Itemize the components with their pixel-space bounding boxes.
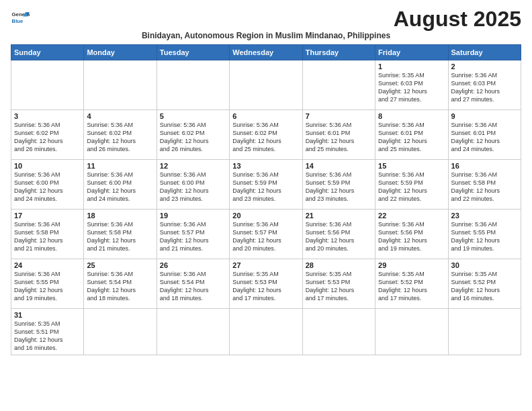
calendar-cell: 4Sunrise: 5:36 AM Sunset: 6:02 PM Daylig…: [84, 110, 157, 160]
day-number: 29: [378, 261, 445, 269]
calendar-cell: [84, 309, 157, 355]
day-info: Sunrise: 5:36 AM Sunset: 5:54 PM Dayligh…: [87, 270, 153, 303]
calendar-week-6: 31Sunrise: 5:35 AM Sunset: 5:51 PM Dayli…: [11, 309, 521, 355]
logo-icon: General Blue: [11, 8, 30, 27]
day-number: 6: [232, 112, 299, 120]
calendar-cell: [448, 309, 521, 355]
calendar-cell: [230, 60, 302, 110]
day-info: Sunrise: 5:36 AM Sunset: 6:02 PM Dayligh…: [160, 121, 226, 154]
calendar-cell: 13Sunrise: 5:36 AM Sunset: 5:59 PM Dayli…: [230, 160, 302, 210]
calendar-week-2: 3Sunrise: 5:36 AM Sunset: 6:02 PM Daylig…: [11, 110, 521, 160]
day-info: Sunrise: 5:36 AM Sunset: 5:58 PM Dayligh…: [14, 220, 81, 253]
day-info: Sunrise: 5:35 AM Sunset: 5:51 PM Dayligh…: [14, 320, 81, 353]
calendar-cell: 15Sunrise: 5:36 AM Sunset: 5:59 PM Dayli…: [375, 160, 448, 210]
calendar-cell: 3Sunrise: 5:36 AM Sunset: 6:02 PM Daylig…: [11, 110, 84, 160]
day-info: Sunrise: 5:36 AM Sunset: 5:58 PM Dayligh…: [87, 220, 153, 253]
day-number: 22: [378, 212, 445, 220]
day-info: Sunrise: 5:36 AM Sunset: 6:02 PM Dayligh…: [87, 121, 153, 154]
day-number: 3: [14, 112, 81, 120]
header: General Blue August 2025: [11, 8, 521, 30]
calendar-cell: 7Sunrise: 5:36 AM Sunset: 6:01 PM Daylig…: [302, 110, 375, 160]
calendar-header-thursday: Thursday: [302, 45, 375, 60]
day-info: Sunrise: 5:36 AM Sunset: 6:00 PM Dayligh…: [160, 171, 226, 203]
calendar-cell: 1Sunrise: 5:35 AM Sunset: 6:03 PM Daylig…: [375, 60, 448, 110]
day-info: Sunrise: 5:35 AM Sunset: 6:03 PM Dayligh…: [378, 71, 445, 104]
day-info: Sunrise: 5:35 AM Sunset: 5:52 PM Dayligh…: [451, 270, 518, 303]
day-info: Sunrise: 5:36 AM Sunset: 5:59 PM Dayligh…: [232, 171, 299, 203]
calendar-cell: 14Sunrise: 5:36 AM Sunset: 5:59 PM Dayli…: [302, 160, 375, 210]
calendar-cell: 18Sunrise: 5:36 AM Sunset: 5:58 PM Dayli…: [84, 210, 157, 259]
calendar-cell: 21Sunrise: 5:36 AM Sunset: 5:56 PM Dayli…: [302, 210, 375, 259]
calendar-header-wednesday: Wednesday: [230, 45, 302, 60]
day-info: Sunrise: 5:36 AM Sunset: 6:00 PM Dayligh…: [87, 171, 153, 203]
calendar-cell: [230, 309, 302, 355]
calendar-cell: 10Sunrise: 5:36 AM Sunset: 6:00 PM Dayli…: [11, 160, 84, 210]
day-info: Sunrise: 5:36 AM Sunset: 6:02 PM Dayligh…: [232, 121, 299, 154]
day-number: 23: [451, 212, 518, 220]
day-info: Sunrise: 5:35 AM Sunset: 5:53 PM Dayligh…: [306, 270, 372, 303]
calendar-table: SundayMondayTuesdayWednesdayThursdayFrid…: [11, 44, 521, 355]
day-info: Sunrise: 5:36 AM Sunset: 5:57 PM Dayligh…: [160, 220, 226, 253]
day-info: Sunrise: 5:36 AM Sunset: 5:55 PM Dayligh…: [14, 270, 81, 303]
day-number: 30: [451, 261, 518, 269]
calendar-cell: 27Sunrise: 5:35 AM Sunset: 5:53 PM Dayli…: [230, 259, 302, 309]
calendar-week-1: 1Sunrise: 5:35 AM Sunset: 6:03 PM Daylig…: [11, 60, 521, 110]
day-number: 13: [232, 162, 299, 170]
calendar-cell: [375, 309, 448, 355]
day-number: 18: [87, 212, 153, 220]
day-number: 20: [232, 212, 299, 220]
calendar-cell: 23Sunrise: 5:36 AM Sunset: 5:55 PM Dayli…: [448, 210, 521, 259]
day-number: 5: [160, 112, 226, 120]
day-info: Sunrise: 5:36 AM Sunset: 5:54 PM Dayligh…: [160, 270, 226, 303]
calendar-cell: 30Sunrise: 5:35 AM Sunset: 5:52 PM Dayli…: [448, 259, 521, 309]
calendar-cell: 29Sunrise: 5:35 AM Sunset: 5:52 PM Dayli…: [375, 259, 448, 309]
day-info: Sunrise: 5:36 AM Sunset: 6:02 PM Dayligh…: [14, 121, 81, 154]
calendar-header-tuesday: Tuesday: [157, 45, 229, 60]
day-info: Sunrise: 5:36 AM Sunset: 5:56 PM Dayligh…: [378, 220, 445, 253]
calendar-cell: 26Sunrise: 5:36 AM Sunset: 5:54 PM Dayli…: [157, 259, 229, 309]
calendar-cell: 11Sunrise: 5:36 AM Sunset: 6:00 PM Dayli…: [84, 160, 157, 210]
calendar-cell: 2Sunrise: 5:36 AM Sunset: 6:03 PM Daylig…: [448, 60, 521, 110]
day-number: 17: [14, 212, 81, 220]
day-info: Sunrise: 5:36 AM Sunset: 6:03 PM Dayligh…: [451, 71, 518, 104]
day-number: 28: [306, 261, 372, 269]
day-number: 11: [87, 162, 153, 170]
month-title: August 2025: [394, 8, 521, 30]
calendar-cell: [84, 60, 157, 110]
day-info: Sunrise: 5:35 AM Sunset: 5:52 PM Dayligh…: [378, 270, 445, 303]
day-info: Sunrise: 5:36 AM Sunset: 6:00 PM Dayligh…: [14, 171, 81, 203]
day-info: Sunrise: 5:36 AM Sunset: 5:59 PM Dayligh…: [306, 171, 372, 203]
day-number: 16: [451, 162, 518, 170]
calendar-cell: 28Sunrise: 5:35 AM Sunset: 5:53 PM Dayli…: [302, 259, 375, 309]
page: General Blue August 2025 Binidayan, Auto…: [0, 0, 532, 361]
calendar-header-saturday: Saturday: [448, 45, 521, 60]
calendar-cell: 12Sunrise: 5:36 AM Sunset: 6:00 PM Dayli…: [157, 160, 229, 210]
day-number: 14: [306, 162, 372, 170]
svg-text:Blue: Blue: [12, 18, 24, 24]
day-number: 10: [14, 162, 81, 170]
calendar-cell: [157, 309, 229, 355]
calendar-cell: 9Sunrise: 5:36 AM Sunset: 6:01 PM Daylig…: [448, 110, 521, 160]
day-info: Sunrise: 5:35 AM Sunset: 5:53 PM Dayligh…: [232, 270, 299, 303]
calendar-week-3: 10Sunrise: 5:36 AM Sunset: 6:00 PM Dayli…: [11, 160, 521, 210]
day-number: 27: [232, 261, 299, 269]
calendar-cell: [302, 309, 375, 355]
day-number: 8: [378, 112, 445, 120]
calendar-header-friday: Friday: [375, 45, 448, 60]
day-number: 21: [306, 212, 372, 220]
calendar-cell: [11, 60, 84, 110]
day-info: Sunrise: 5:36 AM Sunset: 5:55 PM Dayligh…: [451, 220, 518, 253]
calendar-cell: 5Sunrise: 5:36 AM Sunset: 6:02 PM Daylig…: [157, 110, 229, 160]
day-info: Sunrise: 5:36 AM Sunset: 6:01 PM Dayligh…: [306, 121, 372, 154]
day-number: 4: [87, 112, 153, 120]
day-info: Sunrise: 5:36 AM Sunset: 5:59 PM Dayligh…: [378, 171, 445, 203]
day-number: 15: [378, 162, 445, 170]
day-number: 19: [160, 212, 226, 220]
calendar-cell: 6Sunrise: 5:36 AM Sunset: 6:02 PM Daylig…: [230, 110, 302, 160]
calendar-header-sunday: Sunday: [11, 45, 84, 60]
logo: General Blue: [11, 8, 30, 27]
day-number: 24: [14, 261, 81, 269]
calendar-cell: [157, 60, 229, 110]
day-number: 1: [378, 62, 445, 71]
day-number: 12: [160, 162, 226, 170]
